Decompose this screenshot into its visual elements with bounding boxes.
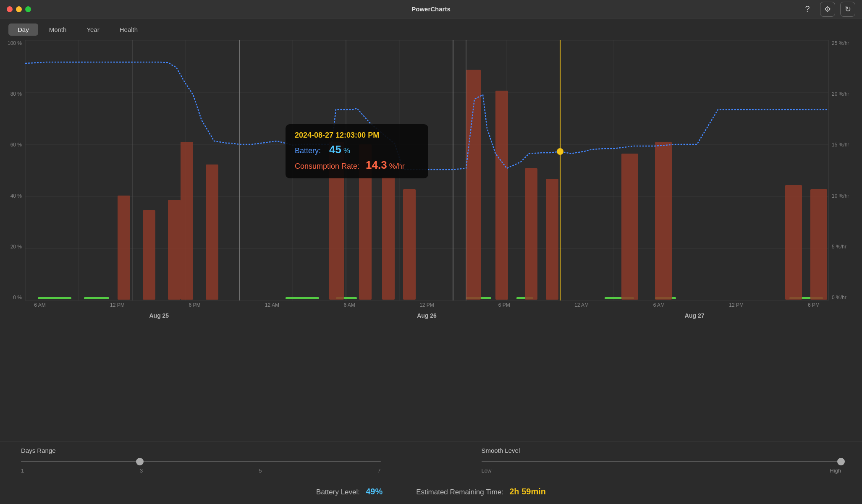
close-button[interactable] [7,6,13,12]
tooltip-time: 2024-08-27 12:03:00 PM [295,131,419,140]
tooltip-battery-label: Battery: [295,146,321,155]
days-range-ticks: 1 3 5 7 [21,467,381,474]
app-title: PowerCharts [411,5,451,13]
x-axis: 6 AM 12 PM 6 PM 12 AM 6 AM 12 PM 6 PM 12… [25,300,828,326]
minimize-button[interactable] [16,6,22,12]
svg-rect-23 [286,297,319,299]
svg-rect-43 [621,154,638,300]
x-date-aug27: Aug 27 [561,312,828,319]
nav-tabs: Day Month Year Health [8,24,147,36]
svg-rect-41 [525,168,537,300]
estimated-time-value: 2h 59min [509,487,546,496]
estimated-time-label: Estimated Remaining Time: [416,488,503,496]
svg-rect-33 [181,142,193,300]
tooltip-rate: Consumption Rate: 14.3 %/hr [295,159,419,172]
settings-button[interactable]: ⚙ [820,2,835,17]
svg-rect-45 [785,185,802,300]
svg-rect-32 [168,200,181,300]
tooltip-rate-unit: %/hr [389,162,405,170]
svg-point-47 [557,149,563,154]
battery-level-label: Battery Level: [316,488,360,496]
tooltip-battery-unit: % [343,146,350,155]
svg-rect-38 [403,189,416,300]
tab-health[interactable]: Health [110,24,147,36]
maximize-button[interactable] [25,6,31,12]
svg-rect-31 [143,210,155,300]
svg-rect-37 [382,177,395,300]
help-button[interactable]: ? [800,2,815,17]
y-axis-left: 100 % 80 % 60 % 40 % 20 % 0 % [0,40,25,300]
x-date-aug26: Aug 26 [293,312,561,319]
tab-day[interactable]: Day [8,24,38,36]
refresh-button[interactable]: ↻ [840,2,855,17]
svg-rect-21 [38,297,71,299]
days-range-track [21,461,381,462]
tooltip-rate-value: 14.3 [366,159,387,171]
titlebar: PowerCharts ? ⚙ ↻ [0,0,862,18]
svg-rect-30 [118,196,130,300]
refresh-icon: ↻ [845,5,851,14]
status-bar: Battery Level: 49% Estimated Remaining T… [0,479,862,504]
tooltip-battery: Battery: 45 % [295,143,419,156]
tab-month[interactable]: Month [40,24,76,36]
tooltip-battery-value: 45 [329,143,341,156]
battery-level-value: 49% [366,487,383,496]
tab-year[interactable]: Year [77,24,108,36]
tooltip-rate-label: Consumption Rate: [295,162,359,170]
smooth-level-track [482,461,841,462]
svg-rect-44 [655,142,672,300]
days-range-group: Days Range 1 3 5 7 [21,447,381,474]
days-range-slider-container [21,457,381,466]
help-icon: ? [805,4,810,14]
nav-bar: Day Month Year Health [0,18,862,40]
svg-rect-42 [546,179,558,300]
y-axis-right: 25 %/hr 20 %/hr 15 %/hr 10 %/hr 5 %/hr 0… [828,40,862,300]
smooth-level-thumb[interactable] [837,458,845,465]
chart-container: 2024-08-27 12:03:00 PM Battery: 45 % Con… [25,40,828,300]
smooth-level-ticks: Low High [482,467,841,474]
svg-rect-22 [84,297,109,299]
smooth-level-group: Smooth Level Low High [482,447,841,474]
chart-area: 100 % 80 % 60 % 40 % 20 % 0 % 25 %/hr 20… [0,40,862,326]
svg-rect-40 [495,91,508,300]
titlebar-actions: ? ⚙ ↻ [800,2,855,17]
svg-rect-34 [206,165,218,300]
smooth-level-slider-container [482,457,841,466]
svg-rect-46 [810,189,827,300]
chart-tooltip: 2024-08-27 12:03:00 PM Battery: 45 % Con… [286,124,428,178]
days-range-label: Days Range [21,447,381,454]
estimated-time-display: Estimated Remaining Time: 2h 59min [416,487,546,496]
days-range-thumb[interactable] [136,458,144,465]
battery-level-display: Battery Level: 49% [316,487,383,496]
x-date-aug25: Aug 25 [25,312,293,319]
smooth-level-label: Smooth Level [482,447,841,454]
settings-icon: ⚙ [824,5,831,14]
window-controls [7,6,31,12]
